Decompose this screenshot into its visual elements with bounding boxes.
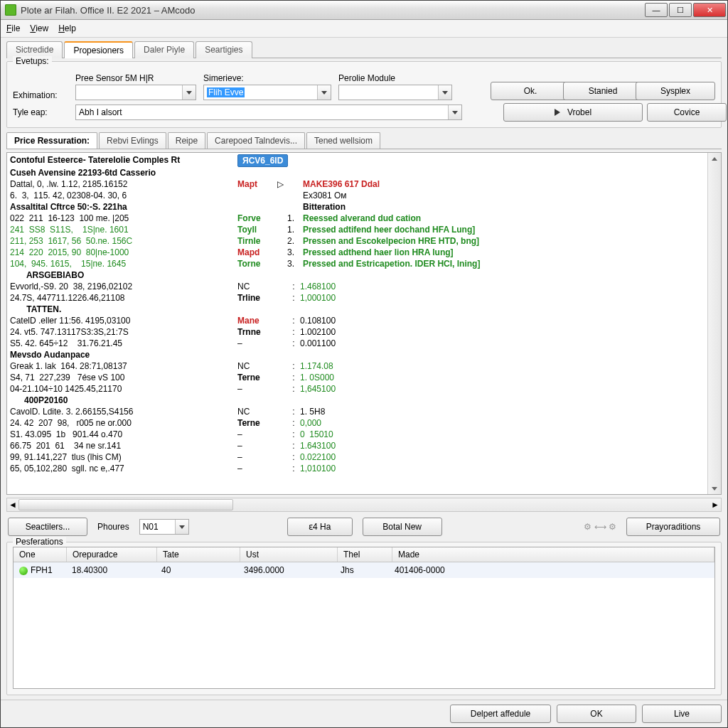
window-title: Plote ar Filah. Office II. E2 2021 – AMc… [21,5,643,16]
dropdown-icon [317,85,331,100]
chevron-down-icon [452,111,458,114]
footer-ok-button[interactable]: OK [557,705,636,723]
tyle-combo[interactable]: Abh I alsort [75,105,462,120]
pesferations-legend: Pesferations [13,537,66,547]
simerieve-value: Flih Evve [207,87,245,97]
scroll-thumb[interactable] [18,499,233,510]
cursor-icon: ▷ [277,178,287,190]
table-body: FPH1 18.40300 40 3496.0000 Jhs 401406-00… [14,562,714,688]
scroll-down-icon[interactable] [708,483,721,494]
evetups-legend: Evetups: [13,56,52,66]
cell-orep: 18.40300 [66,564,156,577]
col-ust[interactable]: Ust [240,547,338,562]
table-row[interactable]: FPH1 18.40300 40 3496.0000 Jhs 401406-00… [14,562,714,578]
dropdown-icon [175,520,188,534]
tab-seartigies[interactable]: Seartigies [196,41,252,58]
col-orepuradce[interactable]: Orepuradce [67,547,157,562]
delpert-button[interactable]: Delpert affedule [450,705,551,723]
prayoraditions-button[interactable]: Prayoraditions [626,518,720,536]
status-dot-icon [19,567,28,575]
dropdown-icon [448,105,461,119]
vertical-scrollbar[interactable] [707,153,721,494]
col-tate[interactable]: Tate [157,547,240,562]
cell-made: 401406-0000 [389,564,714,577]
menu-file[interactable]: File [6,23,20,33]
menu-view[interactable]: View [30,23,48,33]
app-icon [5,4,16,16]
chevron-down-icon [442,91,448,95]
subtab-reipe[interactable]: Reipe [168,132,205,149]
pesferations-table: One Orepuradce Tate Ust Thel Made FPH1 1… [13,547,715,689]
phoures-combo[interactable]: N01 [139,519,189,535]
vrobel-button[interactable]: Vrobel [503,103,643,122]
dropdown-icon [182,85,196,100]
subtab-carepoed[interactable]: Carepoed Talndevis... [207,132,305,149]
tab-propesioners[interactable]: Propesioners [64,41,133,58]
col-made[interactable]: Made [392,547,714,562]
maximize-button[interactable]: ☐ [669,3,692,17]
stanied-button[interactable]: Stanied [563,82,643,100]
cell-thel: Jhs [335,564,389,577]
cv6-badge: ЯCV6_6ID [237,154,288,167]
ha-button[interactable]: ɛ4 Ha [287,518,353,536]
window-controls: — ☐ ✕ [643,3,726,17]
chevron-down-icon [321,91,327,95]
seactilers-button[interactable]: Seactilers... [8,518,87,536]
settings-icon[interactable]: ⚙ ⟷ ⚙ [584,522,616,532]
top-tabs: Sictredide Propesioners Daler Piyle Sear… [6,41,722,58]
window-root: Plote ar Filah. Office II. E2 2021 – AMc… [0,0,728,728]
covice-button[interactable]: Covice [647,103,727,122]
exhimation-label: Exhimation: [13,90,68,100]
scroll-left-icon[interactable]: ◄ [7,498,18,511]
pree-combo[interactable] [75,85,196,100]
sub-tabs: Price Ressuration: Rebvi Evlings Reipe C… [6,132,722,149]
col-one[interactable]: One [14,547,67,562]
vrobel-label: Vrobel [567,107,592,117]
subtab-rebvi[interactable]: Rebvi Evlings [99,132,166,149]
horizontal-scrollbar[interactable]: ◄ ► [6,498,722,512]
pesferations-group: Pesferations One Orepuradce Tate Ust The… [6,542,722,695]
perolie-label: Perolie Module [338,73,452,83]
menu-help[interactable]: Help [58,23,76,33]
play-icon [555,109,560,116]
scroll-right-icon[interactable]: ► [710,498,721,511]
tyle-value: Abh I alsort [79,107,122,117]
tyle-label: Tyle eap: [13,107,68,117]
cell-one: FPH1 [14,564,66,577]
close-button[interactable]: ✕ [693,3,726,17]
client-area: Sictredide Propesioners Daler Piyle Sear… [1,38,727,700]
cell-ust: 3496.0000 [238,564,335,577]
subtab-price-ressuration[interactable]: Price Ressuration: [6,132,97,149]
pree-label: Pree Sensor 5M H|R [75,73,196,83]
footer: Delpert affedule OK Live [1,700,727,727]
mid-toolbar: Seactilers... Phoures N01 ɛ4 Ha Botal Ne… [6,515,722,539]
tab-daler-piyle[interactable]: Daler Piyle [134,41,194,58]
cell-tate: 40 [156,564,238,577]
chevron-down-icon [179,525,185,529]
log-area: Contoful Esteerce- Taterelolie Comples R… [6,152,722,495]
scroll-track[interactable] [18,498,710,511]
perolie-combo[interactable] [338,85,452,100]
phoures-label: Phoures [97,522,129,532]
table-header: One Orepuradce Tate Ust Thel Made [14,547,714,562]
phoures-value: N01 [143,522,159,532]
simerieve-combo[interactable]: Flih Evve [203,85,331,100]
live-button[interactable]: Live [642,705,722,723]
dropdown-icon [438,85,451,100]
botal-new-button[interactable]: Botal New [363,518,442,536]
scroll-up-icon[interactable] [708,153,721,164]
menubar: File View Help [1,20,727,38]
titlebar: Plote ar Filah. Office II. E2 2021 – AMc… [1,1,727,20]
ok-button[interactable]: Ok. [491,82,570,100]
subtab-tened[interactable]: Tened wellsiom [306,132,380,149]
action-buttons: Ok. Stanied Sysplex [491,82,715,100]
evetups-group: Evetups: Exhimation: Pree Sensor 5M H|R … [6,61,722,128]
log-content[interactable]: Contoful Esteerce- Taterelolie Comples R… [7,153,707,494]
sysplex-button[interactable]: Sysplex [636,82,715,100]
simerieve-label: Simerieve: [203,73,331,83]
col-thel[interactable]: Thel [338,547,392,562]
chevron-down-icon [186,91,192,95]
minimize-button[interactable]: — [645,3,668,17]
